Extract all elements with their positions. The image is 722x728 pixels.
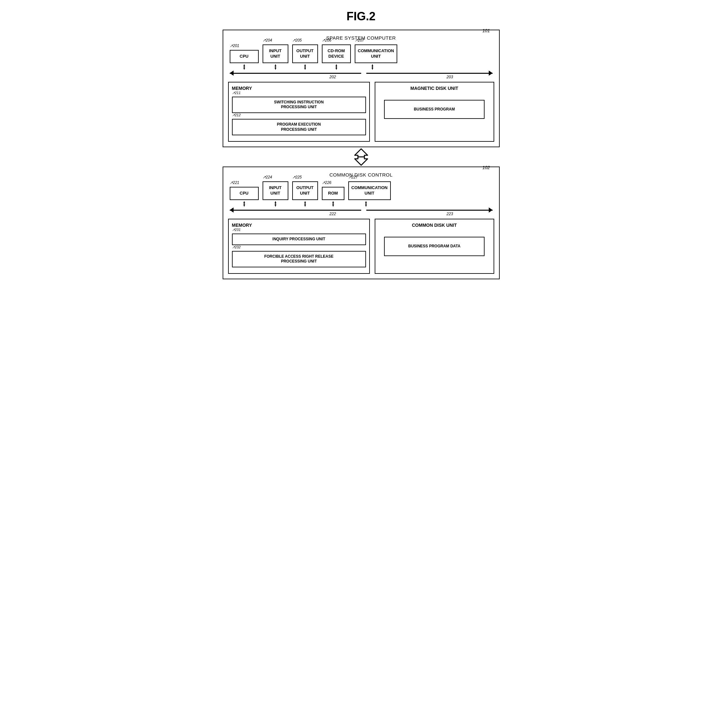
svg-marker-7 <box>304 64 306 66</box>
inner-box-biz-prog-data: BUSINESS PROGRAM DATA <box>384 237 485 256</box>
bidirectional-arrow-input-1 <box>273 64 278 70</box>
bus-left-2 <box>230 210 361 211</box>
bus-left-arrow-2 <box>230 208 234 213</box>
inner-box-212: PROGRAM EXECUTION PROCESSING UNIT <box>232 119 366 135</box>
memory-box-1: MEMORY ↗211 SWITCHING INSTRUCTION PROCES… <box>228 82 370 142</box>
bus1-ref-label: 202 <box>330 75 336 79</box>
bus-area-1: 202 203 <box>230 70 493 79</box>
comp-output-2: OUTPUT UNIT <box>292 181 318 200</box>
bus-left-1 <box>230 73 361 74</box>
varrow-cpu-1 <box>230 64 259 70</box>
disk-box-2: COMMON DISK UNIT BUSINESS PROGRAM DATA <box>375 219 494 274</box>
ref-224: ↗224 <box>263 175 272 179</box>
comp-cpu-1: CPU <box>230 50 259 63</box>
ref-205: ↗205 <box>292 38 302 43</box>
diagram-page: FIG.2 101 SPARE SYSTEM COMPUTER ↗201 CPU… <box>216 6 506 286</box>
svg-marker-4 <box>274 64 277 66</box>
bus-right-arrow-2 <box>489 208 493 213</box>
ref-201: ↗201 <box>230 43 239 48</box>
varrow-cpu-2 <box>230 201 259 206</box>
svg-marker-27 <box>332 201 334 203</box>
comp-rom-2: ROM <box>322 187 344 200</box>
inner-box-232: FORCIBLE ACCESS RIGHT RELEASE PROCESSING… <box>232 251 366 268</box>
comp-input-1: INPUT UNIT <box>263 44 288 63</box>
varrow-input-2 <box>263 201 288 206</box>
svg-marker-10 <box>335 64 337 66</box>
varrow-comm-1 <box>355 64 390 70</box>
ref-206: ↗206 <box>322 38 332 43</box>
transfer-arrow-svg <box>350 148 372 166</box>
bidirectional-arrow-cpu-2 <box>242 201 246 206</box>
ref-211: ↗211 <box>232 91 241 95</box>
figure-title: FIG.2 <box>223 10 500 23</box>
disk-box-1: MAGNETIC DISK UNIT BUSINESS PROGRAM <box>375 82 494 142</box>
bus1-ref-label-2: 222 <box>330 212 336 216</box>
memory-label-2: MEMORY <box>232 223 366 228</box>
comp-cpu-2: CPU <box>230 187 259 200</box>
bus-right-1 <box>366 73 493 74</box>
bus-right-2 <box>366 210 493 211</box>
bidirectional-arrow-rom-2 <box>331 201 335 206</box>
bidirectional-arrow-comm-1 <box>370 64 375 70</box>
comp-comm-1: COMMUNICATION UNIT <box>355 44 397 63</box>
ref-225: ↗225 <box>292 175 302 179</box>
bottom-row-2: MEMORY ↗231 INQUIRY PROCESSING UNIT ↗232… <box>228 219 494 274</box>
ref-204: ↗204 <box>263 38 272 43</box>
bus-area-2: 222 223 <box>230 206 493 216</box>
comp-output-1: OUTPUT UNIT <box>292 44 318 63</box>
bottom-row-1: MEMORY ↗211 SWITCHING INSTRUCTION PROCES… <box>228 82 494 142</box>
transfer-arrow-container <box>223 147 500 167</box>
bidirectional-arrow-comm-2 <box>364 201 368 206</box>
bus2-ref-label: 203 <box>447 75 453 79</box>
ref-221: ↗221 <box>230 180 239 185</box>
inner-box-231: INQUIRY PROCESSING UNIT <box>232 234 366 245</box>
bidirectional-arrow-input-2 <box>273 201 278 206</box>
disk-label-1: MAGNETIC DISK UNIT <box>410 86 459 91</box>
bus-left-arrow-1 <box>230 70 234 76</box>
svg-marker-16 <box>355 157 368 165</box>
svg-marker-13 <box>372 64 373 66</box>
bidirectional-arrow-output-1 <box>303 64 307 70</box>
svg-marker-18 <box>243 201 245 203</box>
system2-box: COMMON DISK CONTROL ↗221 CPU ↗224 INPUT … <box>223 167 500 279</box>
ref-227: ↗227 <box>348 175 358 179</box>
svg-marker-15 <box>355 149 368 157</box>
ref-226: ↗226 <box>322 180 332 185</box>
varrow-output-1 <box>292 64 318 70</box>
varrow-output-2 <box>292 201 318 206</box>
comp-cdrom-1: CD-ROM DEVICE <box>322 44 351 63</box>
varrow-rom-2 <box>322 201 344 206</box>
bus-right-arrow-1 <box>489 70 493 76</box>
ref-232: ↗232 <box>232 245 241 249</box>
svg-marker-21 <box>274 201 277 203</box>
svg-marker-1 <box>243 64 245 66</box>
memory-box-2: MEMORY ↗231 INQUIRY PROCESSING UNIT ↗232… <box>228 219 370 274</box>
ref-207: ↗207 <box>355 38 364 43</box>
svg-marker-24 <box>304 201 306 203</box>
comp-input-2: INPUT UNIT <box>263 181 288 200</box>
bus2-ref-label-2: 223 <box>447 212 453 216</box>
inner-box-biz-prog: BUSINESS PROGRAM <box>384 100 485 119</box>
bidirectional-arrow-output-2 <box>303 201 307 206</box>
system1-box: SPARE SYSTEM COMPUTER ↗201 CPU ↗204 INPU… <box>223 30 500 147</box>
memory-label-1: MEMORY <box>232 86 366 91</box>
comp-comm-2: COMMUNICATION UNIT <box>348 181 391 200</box>
bidirectional-arrow-cpu-1 <box>242 64 246 70</box>
svg-marker-30 <box>365 201 367 203</box>
varrow-cdrom-1 <box>322 64 351 70</box>
varrow-comm-2 <box>348 201 384 206</box>
bidirectional-arrow-cdrom-1 <box>334 64 339 70</box>
inner-box-211: SWITCHING INSTRUCTION PROCESSING UNIT <box>232 96 366 113</box>
disk-label-2: COMMON DISK UNIT <box>412 223 457 228</box>
varrow-input-1 <box>263 64 288 70</box>
ref-212: ↗212 <box>232 113 241 117</box>
ref-231: ↗231 <box>232 228 241 232</box>
